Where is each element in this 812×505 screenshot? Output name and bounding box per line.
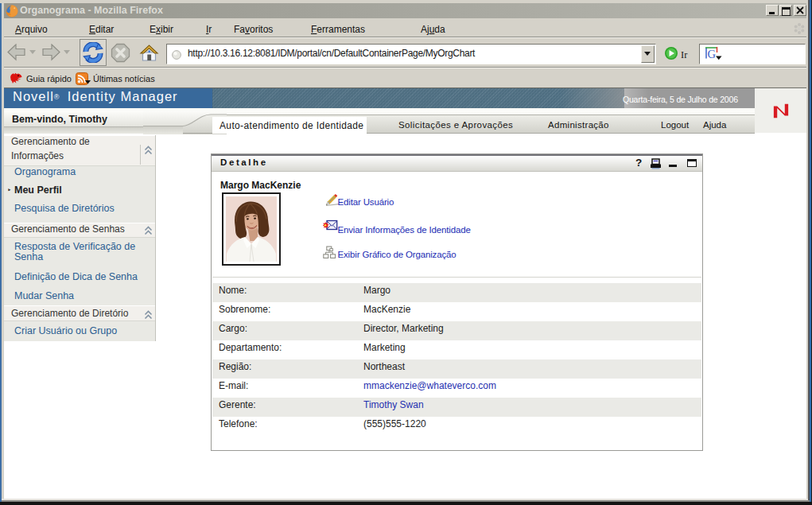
svg-text:G: G: [708, 48, 717, 60]
